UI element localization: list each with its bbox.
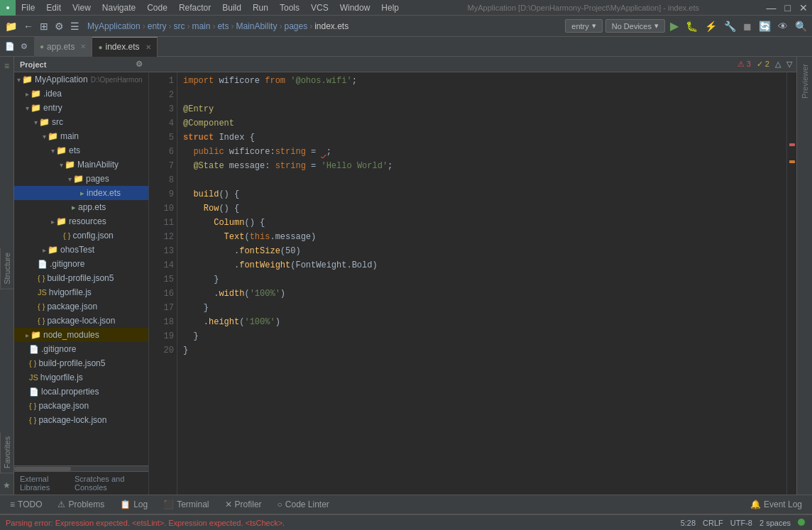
code-content[interactable]: import wificore from '@ohos.wifi'; @Entr…: [177, 72, 786, 495]
collapse-all-icon[interactable]: △: [775, 60, 781, 69]
tree-item-ohostest[interactable]: ▸ 📁 ohosTest: [14, 243, 148, 257]
menu-refactor[interactable]: Refactor: [173, 1, 216, 14]
nav-back-btn[interactable]: ←: [21, 21, 35, 32]
tree-item-main[interactable]: ▾ 📁 main: [14, 129, 148, 143]
menu-view[interactable]: View: [67, 1, 97, 14]
tree-item-index-ets[interactable]: ▸ index.ets: [14, 186, 148, 200]
menu-vcs[interactable]: VCS: [305, 1, 334, 14]
menu-run[interactable]: Run: [247, 1, 274, 14]
bottom-tab-right: 🔔 Event Log: [743, 495, 809, 514]
favorites-side-label[interactable]: Favorites: [0, 432, 13, 473]
scratches-link[interactable]: Scratches and Consoles: [75, 475, 143, 492]
tree-item-build-profile-root[interactable]: { } build-profile.json5: [14, 356, 148, 370]
breadcrumb-app[interactable]: MyApplication: [87, 21, 141, 31]
profile-btn[interactable]: ⚡: [703, 21, 719, 32]
tree-item-pages[interactable]: ▾ 📁 pages: [14, 172, 148, 186]
tree-item-package-json-root[interactable]: { } package.json: [14, 399, 148, 413]
debug-btn[interactable]: 🐛: [684, 21, 700, 32]
menu-navigate[interactable]: Navigate: [97, 1, 141, 14]
tree-item-ets[interactable]: ▾ 📁 ets: [14, 143, 148, 158]
menu-build[interactable]: Build: [216, 1, 247, 14]
project-tree[interactable]: ▾ 📁 MyApplication D:\OpenHarmon ▸ 📁 .ide…: [14, 72, 148, 465]
project-tree-btn[interactable]: 📁: [3, 21, 19, 32]
bottom-tab-log[interactable]: 📋 Log: [113, 495, 155, 514]
previewer-label[interactable]: Previewer: [801, 60, 809, 103]
tree-item-config-json[interactable]: { } config.json: [14, 228, 148, 243]
tree-item-app-ets[interactable]: ▸ app.ets: [14, 200, 148, 214]
search-everywhere-btn[interactable]: 🔍: [793, 21, 809, 32]
favorites-icon[interactable]: ★: [1, 479, 13, 492]
close-btn[interactable]: ✕: [795, 2, 812, 13]
tree-item-package-json-entry[interactable]: { } package.json: [14, 299, 148, 314]
tab-settings-btn[interactable]: ⚙: [18, 42, 30, 51]
tree-item-hvigorfile-entry[interactable]: JS hvigorfile.js: [14, 285, 148, 299]
tree-scrollbar[interactable]: [14, 465, 148, 471]
tab-app-ets-close[interactable]: ✕: [80, 43, 86, 50]
menu-edit[interactable]: Edit: [40, 1, 67, 14]
settings-btn[interactable]: ⚙: [53, 21, 66, 32]
tab-index-ets[interactable]: ● index.ets ✕: [92, 37, 157, 57]
tree-item-idea[interactable]: ▸ 📁 .idea: [14, 87, 148, 101]
maximize-btn[interactable]: □: [781, 2, 795, 13]
tree-label-package-json-entry: package.json: [47, 302, 97, 311]
external-libraries-link[interactable]: External Libraries: [20, 475, 69, 492]
tree-item-entry[interactable]: ▾ 📁 entry: [14, 101, 148, 115]
breadcrumb-mainability[interactable]: MainAbility: [236, 21, 277, 31]
tree-item-resources[interactable]: ▸ 📁 resources: [14, 214, 148, 228]
tree-root-path: D:\OpenHarmon: [91, 76, 143, 84]
breadcrumb-entry[interactable]: entry: [148, 21, 167, 31]
indent-setting[interactable]: 2 spaces: [759, 519, 791, 527]
event-log-btn[interactable]: 🔔 Event Log: [743, 495, 809, 514]
breadcrumb-pages[interactable]: pages: [284, 21, 307, 31]
tree-item-hvigorfile-root[interactable]: JS hvigorfile.js: [14, 370, 148, 385]
no-devices-btn[interactable]: No Devices ▾: [605, 19, 665, 33]
structure-side-label[interactable]: Structure: [0, 248, 13, 289]
tree-item-root[interactable]: ▾ 📁 MyApplication D:\OpenHarmon: [14, 72, 148, 87]
encoding[interactable]: UTF-8: [730, 519, 752, 527]
recent-files-btn[interactable]: 📄: [3, 42, 17, 51]
menu-window[interactable]: Window: [334, 1, 376, 14]
bottom-tab-code-linter[interactable]: ○ Code Linter: [270, 495, 336, 514]
menu-file[interactable]: File: [16, 1, 40, 14]
tab-app-ets[interactable]: ● app.ets ✕: [34, 37, 92, 57]
tree-item-mainability[interactable]: ▾ 📁 MainAbility: [14, 158, 148, 172]
bottom-tab-todo[interactable]: ≡ TODO: [3, 495, 49, 514]
bottom-tab-problems[interactable]: ⚠ Problems: [50, 495, 111, 514]
run-btn[interactable]: ▶: [668, 19, 681, 33]
tree-app-ets-icon: ▸: [72, 203, 76, 212]
tree-item-node-modules[interactable]: ▸ 📁 node_modules: [14, 328, 148, 342]
tab-index-ets-close[interactable]: ✕: [146, 43, 151, 51]
tree-scrollbar-thumb[interactable]: [14, 467, 71, 471]
structure-icon[interactable]: ≡: [1, 60, 13, 72]
cursor-position[interactable]: 5:28: [681, 519, 696, 527]
toggle-btn[interactable]: ☰: [68, 21, 82, 32]
tree-item-local-properties[interactable]: 📄 local.properties: [14, 385, 148, 399]
tree-item-build-profile-entry[interactable]: { } build-profile.json5: [14, 271, 148, 285]
tree-item-gitignore-entry[interactable]: 📄 .gitignore: [14, 257, 148, 271]
tab-index-ets-label: index.ets: [105, 42, 139, 52]
bottom-tab-profiler[interactable]: ✕ Profiler: [218, 495, 269, 514]
minimize-btn[interactable]: —: [762, 2, 781, 13]
breadcrumb-ets[interactable]: ets: [217, 21, 229, 31]
tab-index-ets-icon: ●: [98, 43, 102, 51]
tree-item-package-lock-root[interactable]: { } package-lock.json: [14, 413, 148, 427]
sync-btn[interactable]: 🔄: [757, 21, 773, 32]
tab-app-ets-label: app.ets: [47, 42, 75, 52]
menu-code[interactable]: Code: [141, 1, 173, 14]
coverage-btn[interactable]: 🔧: [722, 21, 738, 32]
indent-btn[interactable]: ⊞: [38, 21, 50, 32]
tree-item-src[interactable]: ▾ 📁 src: [14, 115, 148, 129]
tree-item-package-lock-entry[interactable]: { } package-lock.json: [14, 314, 148, 328]
line-ending[interactable]: CRLF: [703, 519, 723, 527]
stop-btn[interactable]: ◼: [741, 21, 754, 32]
breadcrumb-src[interactable]: src: [173, 21, 185, 31]
previewer-toggle-btn[interactable]: 👁: [776, 21, 790, 32]
menu-help[interactable]: Help: [375, 1, 405, 14]
entry-selector-btn[interactable]: entry ▾: [565, 19, 602, 33]
tree-item-gitignore-root[interactable]: 📄 .gitignore: [14, 342, 148, 356]
breadcrumb-main[interactable]: main: [192, 21, 210, 31]
expand-all-icon[interactable]: ▽: [786, 60, 792, 69]
bottom-tab-terminal[interactable]: ⬛ Terminal: [156, 495, 216, 514]
project-gear-icon[interactable]: ⚙: [136, 60, 143, 69]
menu-tools[interactable]: Tools: [274, 1, 305, 14]
